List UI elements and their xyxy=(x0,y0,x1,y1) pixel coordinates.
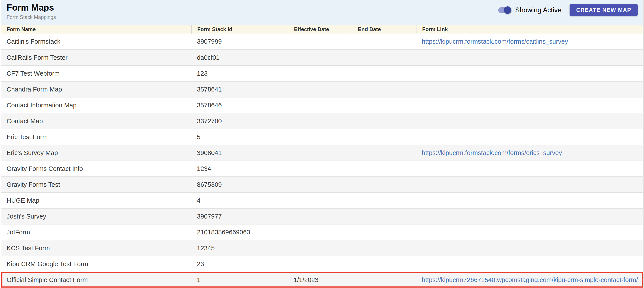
cell-form-stack-id: 5 xyxy=(191,133,288,141)
title-block: Form Maps Form Stack Mappings xyxy=(6,0,56,20)
table-row[interactable]: Contact Information Map 3578646 xyxy=(1,97,643,113)
cell-form-name: Official Simple Contact Form xyxy=(1,276,191,283)
cell-form-name: Eric's Survey Map xyxy=(1,149,191,157)
form-maps-page: Form Maps Form Stack Mappings Showing Ac… xyxy=(1,0,644,288)
cell-form-stack-id: da0cf01 xyxy=(191,54,288,61)
cell-form-stack-id: 123 xyxy=(191,70,288,77)
cell-form-name: KCS Test Form xyxy=(1,244,191,252)
table-row[interactable]: Contact Map 3372700 xyxy=(1,113,643,129)
form-link[interactable]: https://kipucrm.formstack.com/forms/eric… xyxy=(422,149,562,156)
table-row[interactable]: HUGE Map 4 xyxy=(1,192,643,208)
cell-form-stack-id: 3578641 xyxy=(191,86,288,93)
cell-form-name: CallRails Form Tester xyxy=(1,54,191,61)
table-row[interactable]: JotForm 210183569669063 xyxy=(1,224,643,240)
cell-form-stack-id: 3907999 xyxy=(191,38,288,45)
header-controls: Showing Active CREATE NEW MAP xyxy=(498,4,638,16)
cell-form-name: Gravity Forms Test xyxy=(1,181,191,188)
column-header: End Date xyxy=(352,25,416,34)
cell-form-stack-id: 3908041 xyxy=(191,149,288,157)
table-row[interactable]: Gravity Forms Test 8675309 xyxy=(1,176,643,192)
cell-form-stack-id: 210183569669063 xyxy=(191,229,288,236)
cell-form-stack-id: 12345 xyxy=(191,244,288,252)
cell-form-name: HUGE Map xyxy=(1,197,191,204)
table-row[interactable]: Eric Test Form 5 xyxy=(1,129,643,145)
column-header: Effective Date xyxy=(288,25,352,34)
cell-form-name: Josh's Survey xyxy=(1,213,191,220)
toggle-thumb xyxy=(504,7,512,14)
table-row[interactable]: CallRails Form Tester da0cf01 xyxy=(1,49,643,65)
cell-form-stack-id: 1234 xyxy=(191,165,288,172)
column-header: Form Link xyxy=(416,25,643,34)
cell-effective-date: 1/1/2023 xyxy=(288,276,352,283)
form-maps-table: Caitlin's Formstack 3907999 https://kipu… xyxy=(1,34,643,287)
page-header: Form Maps Form Stack Mappings Showing Ac… xyxy=(1,0,643,25)
toggle-label: Showing Active xyxy=(515,6,562,14)
column-header: Form Stack Id xyxy=(191,25,288,34)
cell-form-stack-id: 4 xyxy=(191,197,288,204)
cell-form-name: Contact Information Map xyxy=(1,102,191,109)
cell-form-name: Gravity Forms Contact Info xyxy=(1,165,191,172)
table-row[interactable]: Eric's Survey Map 3908041 https://kipucr… xyxy=(1,145,643,161)
cell-form-name: Caitlin's Formstack xyxy=(1,38,191,45)
cell-form-link: https://kipucrm.formstack.com/forms/eric… xyxy=(416,149,643,157)
cell-form-stack-id: 8675309 xyxy=(191,181,288,188)
cell-form-name: Contact Map xyxy=(1,118,191,125)
cell-form-stack-id: 3578646 xyxy=(191,102,288,109)
cell-form-link: https://kipucrm726671540.wpcomstaging.co… xyxy=(416,276,643,283)
table-row[interactable]: Chandra Form Map 3578641 xyxy=(1,81,643,97)
table-row-highlighted[interactable]: Official Simple Contact Form 1 1/1/2023 … xyxy=(1,272,643,287)
page-subtitle: Form Stack Mappings xyxy=(6,14,56,20)
cell-form-stack-id: 3372700 xyxy=(191,118,288,125)
page-title: Form Maps xyxy=(6,2,56,13)
cell-form-name: Eric Test Form xyxy=(1,133,191,141)
table-header-row: Form NameForm Stack IdEffective DateEnd … xyxy=(1,25,643,34)
table-row[interactable]: CF7 Test Webform 123 xyxy=(1,65,643,81)
cell-form-stack-id: 1 xyxy=(191,276,288,283)
table-row[interactable]: Kipu CRM Google Test Form 23 xyxy=(1,256,643,272)
cell-form-name: Kipu CRM Google Test Form xyxy=(1,260,191,268)
table-row[interactable]: KCS Test Form 12345 xyxy=(1,240,643,256)
table-row[interactable]: Josh's Survey 3907977 xyxy=(1,208,643,224)
cell-form-link: https://kipucrm.formstack.com/forms/cait… xyxy=(416,38,643,45)
showing-active-toggle[interactable] xyxy=(498,7,512,13)
create-new-map-button[interactable]: CREATE NEW MAP xyxy=(570,4,638,16)
cell-form-name: CF7 Test Webform xyxy=(1,70,191,77)
table-row[interactable]: Gravity Forms Contact Info 1234 xyxy=(1,161,643,176)
form-link[interactable]: https://kipucrm726671540.wpcomstaging.co… xyxy=(422,276,638,283)
column-header: Form Name xyxy=(1,25,191,34)
cell-form-name: Chandra Form Map xyxy=(1,86,191,93)
table-row[interactable]: Caitlin's Formstack 3907999 https://kipu… xyxy=(1,34,643,49)
cell-form-stack-id: 3907977 xyxy=(191,213,288,220)
cell-form-stack-id: 23 xyxy=(191,260,288,268)
form-link[interactable]: https://kipucrm.formstack.com/forms/cait… xyxy=(422,38,568,45)
cell-form-name: JotForm xyxy=(1,229,191,236)
